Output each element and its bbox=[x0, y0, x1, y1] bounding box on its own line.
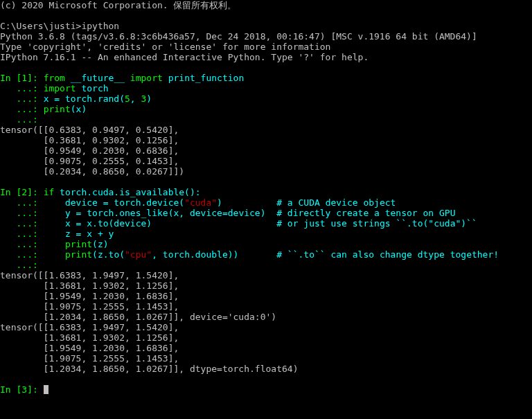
copyright-line: (c) 2020 Microsoft Corporation. 保留所有权利。 bbox=[0, 0, 236, 10]
comment: # or just use strings ``.to("cuda")`` bbox=[276, 218, 477, 229]
cont-prompt: ...: bbox=[0, 208, 44, 218]
str-literal: "cpu" bbox=[125, 249, 152, 260]
cont-prompt: ...: bbox=[0, 83, 44, 93]
cont-prompt: ...: bbox=[0, 229, 44, 239]
comment: # a CUDA device object bbox=[276, 197, 396, 208]
in-prompt-3: In [3]: bbox=[0, 384, 44, 395]
builtin-print: print bbox=[44, 104, 71, 114]
terminal-output[interactable]: (c) 2020 Microsoft Corporation. 保留所有权利。 … bbox=[0, 0, 532, 395]
kw-from: from bbox=[44, 73, 65, 83]
cont-prompt: ...: bbox=[0, 114, 44, 125]
num-literal: 5 bbox=[125, 93, 130, 104]
tensor-output-2: tensor([[1.6383, 1.9497, 1.5420], bbox=[0, 270, 179, 280]
command-typed: ipython bbox=[81, 21, 119, 31]
builtin-print: print bbox=[65, 249, 92, 260]
tensor-output-1: tensor([[0.6383, 0.9497, 0.5420], bbox=[0, 125, 179, 135]
kw-if: if bbox=[44, 187, 55, 197]
builtin-print: print bbox=[65, 239, 92, 249]
comment: # ``.to`` can also change dtype together… bbox=[276, 249, 499, 260]
cont-prompt: ...: bbox=[0, 249, 44, 260]
in-prompt-2: In [2]: bbox=[0, 187, 44, 197]
tensor-output-3: tensor([[1.6383, 1.9497, 1.5420], bbox=[0, 322, 179, 332]
python-banner-line2: Type 'copyright', 'credits' or 'license'… bbox=[0, 42, 330, 52]
python-banner-line3: IPython 7.16.1 -- An enhanced Interactiv… bbox=[0, 52, 369, 62]
kw-import: import bbox=[130, 73, 163, 83]
comment: # directly create a tensor on GPU bbox=[276, 208, 455, 218]
cont-prompt: ...: bbox=[0, 197, 44, 208]
python-banner-line1: Python 3.6.8 (tags/v3.6.8:3c6b436a57, De… bbox=[0, 31, 477, 42]
in-prompt-1: In [1]: bbox=[0, 73, 44, 83]
cursor[interactable] bbox=[44, 385, 48, 394]
cont-prompt: ...: bbox=[0, 260, 44, 270]
cont-prompt: ...: bbox=[0, 218, 44, 229]
prompt-path: C:\Users\justi> bbox=[0, 21, 81, 31]
str-literal: "cuda" bbox=[184, 197, 217, 208]
cont-prompt: ...: bbox=[0, 104, 44, 114]
kw-import: import bbox=[44, 83, 76, 93]
cont-prompt: ...: bbox=[0, 93, 44, 104]
cont-prompt: ...: bbox=[0, 239, 44, 249]
